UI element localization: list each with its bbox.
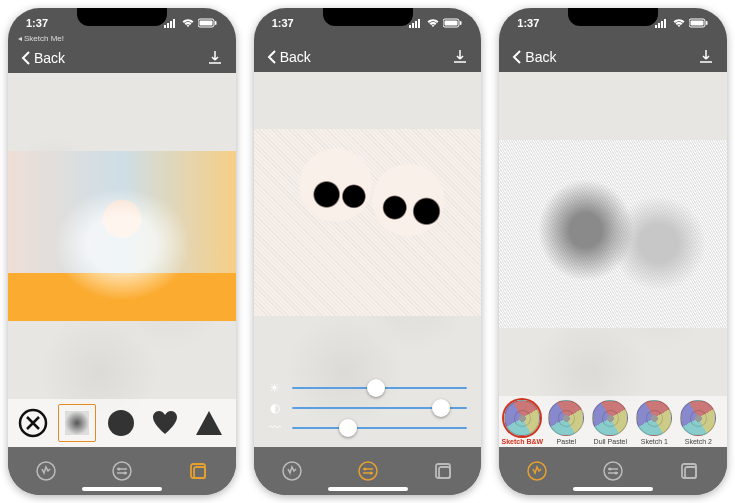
tool-adjust[interactable] — [353, 456, 383, 486]
back-button[interactable]: Back — [20, 50, 65, 66]
wifi-icon — [672, 18, 686, 28]
filter-dull-pastel[interactable]: Dull Pastel — [589, 400, 631, 445]
svg-point-23 — [283, 462, 301, 480]
tool-frames[interactable] — [674, 456, 704, 486]
phone-screen-2: 1:37 Back ☀ ◐ 〰 — [254, 8, 482, 495]
filter-label: Pastel — [557, 438, 576, 445]
home-indicator[interactable] — [82, 487, 162, 491]
back-button[interactable]: Back — [511, 49, 556, 65]
status-time: 1:37 — [517, 17, 539, 29]
photo-area[interactable] — [8, 73, 236, 399]
filter-swatch — [636, 400, 672, 436]
slider-thumb[interactable] — [339, 419, 357, 437]
slider-panel: ☀ ◐ 〰 — [254, 373, 482, 447]
filter-label: Sketch B&W — [502, 438, 544, 445]
filter-label: Sketch 2 — [685, 438, 712, 445]
svg-rect-29 — [655, 25, 657, 28]
svg-rect-0 — [164, 25, 166, 28]
slider-track[interactable] — [292, 427, 468, 429]
svg-rect-32 — [664, 19, 666, 28]
filter-swatch — [548, 400, 584, 436]
svg-rect-8 — [65, 411, 89, 435]
tool-effects[interactable] — [31, 456, 61, 486]
svg-rect-41 — [685, 467, 696, 478]
home-indicator[interactable] — [573, 487, 653, 491]
status-icons — [409, 18, 463, 28]
svg-point-11 — [113, 462, 131, 480]
download-icon[interactable] — [697, 48, 715, 66]
filter-sketch-1[interactable]: Sketch 1 — [633, 400, 675, 445]
status-time: 1:37 — [26, 17, 48, 29]
svg-rect-22 — [460, 21, 462, 25]
svg-point-9 — [108, 410, 134, 436]
tool-effects[interactable] — [277, 456, 307, 486]
download-icon[interactable] — [451, 48, 469, 66]
tool-adjust[interactable] — [598, 456, 628, 486]
breadcrumb-app: Sketch Me! — [24, 34, 64, 43]
tool-effects[interactable] — [522, 456, 552, 486]
status-icons — [164, 18, 218, 28]
svg-rect-2 — [170, 21, 172, 28]
photo-area[interactable] — [499, 72, 727, 396]
svg-point-36 — [528, 462, 546, 480]
photo-area[interactable] — [254, 72, 482, 373]
shape-x-circle[interactable] — [14, 404, 52, 442]
shape-heart[interactable] — [146, 404, 184, 442]
svg-point-25 — [363, 468, 366, 471]
device-notch — [77, 8, 167, 26]
chevron-left-icon — [511, 49, 523, 65]
device-notch — [323, 8, 413, 26]
slider-track[interactable] — [292, 407, 468, 409]
home-indicator[interactable] — [328, 487, 408, 491]
svg-point-13 — [123, 472, 126, 475]
filter-sketch-bw[interactable]: Sketch B&W — [501, 400, 543, 445]
slider-thumb[interactable] — [367, 379, 385, 397]
svg-rect-5 — [199, 21, 212, 26]
tool-frames[interactable] — [183, 456, 213, 486]
slider-brightness[interactable]: ☀ — [268, 381, 468, 395]
download-icon[interactable] — [206, 49, 224, 67]
nav-bar: Back — [8, 43, 236, 73]
back-label: Back — [280, 49, 311, 65]
shape-strip — [8, 399, 236, 447]
shape-triangle[interactable] — [190, 404, 228, 442]
filter-sketch-2[interactable]: Sketch 2 — [677, 400, 719, 445]
filter-pastel[interactable]: Pastel — [545, 400, 587, 445]
svg-rect-18 — [415, 21, 417, 28]
svg-point-12 — [117, 468, 120, 471]
slider-wave[interactable]: 〰 — [268, 421, 468, 435]
back-label: Back — [525, 49, 556, 65]
slider-track[interactable] — [292, 387, 468, 389]
svg-point-10 — [37, 462, 55, 480]
svg-rect-15 — [194, 467, 205, 478]
phone-screen-1: 1:37 ◂ Sketch Me! Back — [8, 8, 236, 495]
wifi-icon — [181, 18, 195, 28]
nav-bar: Back — [254, 42, 482, 72]
signal-icon — [655, 18, 669, 28]
breadcrumb-caret-icon: ◂ — [18, 34, 22, 43]
slider-thumb[interactable] — [432, 399, 450, 417]
back-button[interactable]: Back — [266, 49, 311, 65]
editor-canvas: ☀ ◐ 〰 — [254, 72, 482, 447]
shape-soft-square[interactable] — [58, 404, 96, 442]
filter-strip: Sketch B&W Pastel Dull Pastel Sketch 1 S… — [499, 396, 727, 447]
breadcrumb[interactable]: ◂ Sketch Me! — [8, 34, 236, 43]
signal-icon — [409, 18, 423, 28]
svg-point-37 — [604, 462, 622, 480]
battery-icon — [689, 18, 709, 28]
filter-swatch — [680, 400, 716, 436]
slider-contrast[interactable]: ◐ — [268, 401, 468, 415]
svg-rect-17 — [412, 23, 414, 28]
svg-rect-21 — [445, 21, 458, 26]
filter-label: Sketch 1 — [641, 438, 668, 445]
svg-rect-3 — [173, 19, 175, 28]
tool-adjust[interactable] — [107, 456, 137, 486]
filter-swatch — [504, 400, 540, 436]
svg-rect-31 — [661, 21, 663, 28]
device-notch — [568, 8, 658, 26]
contrast-icon: ◐ — [268, 401, 282, 415]
brightness-icon: ☀ — [268, 381, 282, 395]
shape-circle[interactable] — [102, 404, 140, 442]
filter-label: Dull Pastel — [594, 438, 627, 445]
tool-frames[interactable] — [428, 456, 458, 486]
